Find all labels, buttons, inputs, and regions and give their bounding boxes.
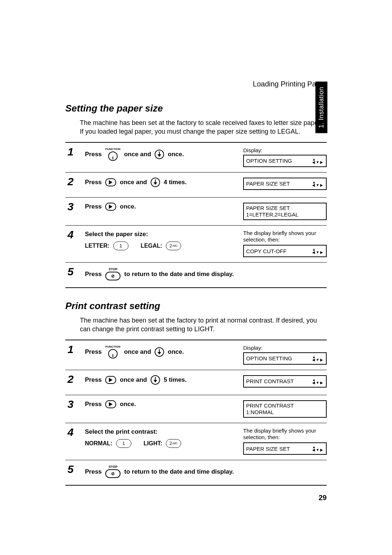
step-text: once. (120, 401, 136, 408)
step-number: 4 (65, 229, 85, 240)
numkey-2-icon: 2ABC (166, 439, 181, 448)
step-row: 5 Press STOP to return to the date and t… (65, 460, 327, 486)
right-key-icon (105, 178, 116, 186)
scroll-arrows-icon: ▲◀▼▶ (312, 446, 324, 451)
section-title-paper-size: Setting the paper size (65, 103, 327, 114)
step-text: Select the paper size: (85, 231, 148, 238)
lcd-display: OPTION SETTING ▲◀▼▶ (243, 155, 327, 167)
display-label: Display: (243, 147, 327, 153)
step-row: 2 Press once and 5 times. PRINT CONTRAST… (65, 370, 327, 395)
step-row: 5 Press STOP to return to the date and t… (65, 263, 327, 288)
option-label: LEGAL: (141, 243, 163, 249)
numkey-sub: ABC (172, 244, 177, 247)
step-number: 1 (65, 344, 85, 355)
scroll-arrows-icon: ▲◀▼▶ (312, 378, 324, 384)
step-text: once and (120, 376, 147, 384)
step-text: to return to the date and time display. (124, 271, 234, 278)
step-number: 3 (65, 201, 85, 212)
lcd-text: 1=LETTER,2=LEGAL (246, 211, 324, 218)
running-head: Loading Printing Paper (65, 80, 327, 88)
step-row: 4 Select the print contrast: NORMAL: 1 L… (65, 423, 327, 461)
step-number: 2 (65, 176, 85, 187)
step-text: once and (124, 151, 151, 158)
step-text: Press (85, 271, 102, 278)
step-text: Press (85, 179, 102, 186)
function-key-label: FUNCTION (105, 345, 120, 348)
section-intro: The machine has been set at the factory … (80, 118, 327, 136)
function-key-label: FUNCTION (105, 148, 120, 151)
step-text: once. (168, 348, 184, 356)
lcd-display: PAPER SIZE SET ▲◀▼▶ (243, 442, 327, 455)
step-text: Select the print contrast: (85, 428, 158, 436)
page-content: Loading Printing Paper Setting the paper… (65, 80, 327, 502)
step-row: 2 Press once and 4 times. PAPER SIZE SET… (65, 173, 327, 198)
section-title-print-contrast: Print contrast setting (65, 300, 327, 312)
step-text: once. (168, 151, 184, 158)
down-key-icon (155, 347, 164, 357)
lcd-text: PAPER SIZE SET (246, 446, 290, 452)
lcd-text: PRINT CONTRAST (246, 378, 294, 384)
stop-key-icon: STOP (105, 465, 121, 478)
function-key-icon: FUNCTION (105, 148, 120, 161)
steps-print-contrast: 1 Press FUNCTION once and once. Display:… (65, 340, 327, 486)
step-number: 5 (65, 464, 85, 475)
step-row: 3 Press once. PRINT CONTRAST 1:NORMAL (65, 395, 327, 423)
step-row: 1 Press FUNCTION once and once. Display:… (65, 340, 327, 370)
step-text: Press (85, 203, 102, 210)
step-text: to return to the date and time display. (124, 468, 234, 475)
stop-key-label: STOP (109, 268, 117, 271)
lcd-text: OPTION SETTING (246, 355, 292, 361)
page-number: 29 (65, 494, 327, 502)
stop-key-icon: STOP (105, 268, 121, 280)
display-note: The display briefly shows your selection… (243, 230, 327, 244)
down-key-icon (155, 150, 164, 159)
function-key-icon: FUNCTION (105, 345, 120, 358)
step-number: 2 (65, 374, 85, 385)
right-key-icon (105, 400, 116, 408)
right-key-icon (105, 376, 116, 384)
step-text: once. (120, 203, 136, 210)
lcd-text: PAPER SIZE SET (246, 205, 324, 211)
lcd-display: PRINT CONTRAST 1:NORMAL (243, 400, 327, 418)
down-key-icon (151, 375, 160, 385)
section-intro: The machine has been set at the factory … (80, 316, 327, 334)
step-text: once and (120, 179, 147, 186)
step-text: Press (85, 401, 102, 408)
lcd-text: OPTION SETTING (246, 158, 292, 164)
numkey-1-icon: 1 (116, 439, 131, 448)
right-key-icon (105, 203, 116, 211)
option-label: LETTER: (85, 243, 110, 249)
numkey-digit: 2 (170, 243, 172, 248)
scroll-arrows-icon: ▲◀▼▶ (312, 248, 324, 254)
option-label: LIGHT: (144, 440, 163, 447)
numkey-2-icon: 2ABC (166, 242, 181, 250)
step-text: Press (85, 468, 102, 475)
option-label: NORMAL: (85, 440, 113, 447)
step-number: 1 (65, 146, 85, 157)
display-note: The display briefly shows your selection… (243, 428, 327, 441)
step-text: Press (85, 151, 102, 158)
lcd-display: PRINT CONTRAST ▲◀▼▶ (243, 375, 327, 388)
scroll-arrows-icon: ▲◀▼▶ (312, 158, 324, 164)
lcd-text: COPY CUT-OFF (246, 248, 286, 254)
step-text: Press (85, 376, 102, 384)
step-number: 5 (65, 266, 85, 277)
steps-paper-size: 1 Press FUNCTION once and once. Display:… (65, 142, 327, 288)
stop-key-label: STOP (109, 465, 117, 469)
step-text: once and (124, 348, 151, 356)
scroll-arrows-icon: ▲◀▼▶ (312, 181, 324, 187)
numkey-1-icon: 1 (113, 242, 128, 250)
step-text: 4 times. (164, 179, 187, 186)
step-row: 4 Select the paper size: LETTER: 1 LEGAL… (65, 226, 327, 263)
lcd-text: 1:NORMAL (246, 409, 324, 416)
step-text: Press (85, 348, 102, 356)
lcd-display: PAPER SIZE SET 1=LETTER,2=LEGAL (243, 203, 327, 220)
step-number: 4 (65, 427, 85, 438)
numkey-sub: ABC (172, 442, 177, 445)
lcd-display: OPTION SETTING ▲◀▼▶ (243, 352, 327, 365)
step-row: 3 Press once. PAPER SIZE SET 1=LETTER,2=… (65, 198, 327, 226)
lcd-text: PRINT CONTRAST (246, 402, 324, 409)
step-text: 5 times. (164, 376, 187, 384)
step-row: 1 Press FUNCTION once and once. Display:… (65, 143, 327, 173)
down-key-icon (151, 178, 160, 187)
